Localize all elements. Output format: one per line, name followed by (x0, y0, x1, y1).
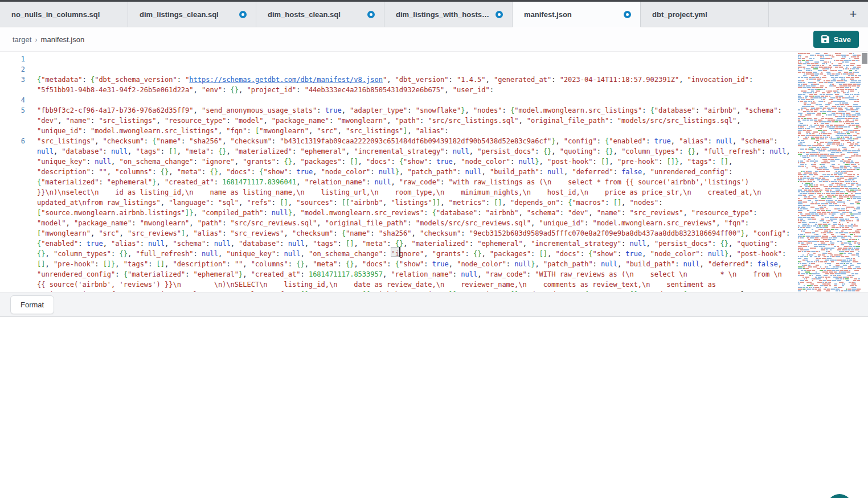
tab-dbt-project-yml[interactable]: dbt_project.yml (641, 2, 769, 27)
unsaved-indicator-icon (367, 11, 375, 18)
code-line: 2 (0, 64, 797, 75)
format-button[interactable]: Format (10, 295, 54, 314)
chevron-right-icon: › (35, 35, 37, 44)
scrollbar-thumb[interactable] (862, 53, 867, 64)
results-pane (0, 317, 868, 498)
new-tab-button[interactable]: + (843, 2, 863, 27)
format-toolbar: Format (0, 292, 868, 317)
tab-dim-hosts-clean-sql[interactable]: dim_hosts_clean.sql (256, 2, 384, 27)
tab-label: dim_hosts_clean.sql (268, 10, 363, 19)
tab-label: dim_listings_clean.sql (140, 10, 235, 19)
line-number: 5 (0, 105, 25, 136)
breadcrumb-bar: target › manifest.json Save (0, 27, 868, 52)
code-text[interactable] (25, 64, 797, 75)
line-number: 4 (0, 95, 25, 105)
line-number: 2 (0, 64, 25, 75)
tab-dim-listings-with-hosts-sql[interactable]: dim_listings_with_hosts.sql (384, 2, 513, 27)
code-line: 6"src_listings", "checksum": {"name": "s… (0, 136, 797, 292)
tab-bar: no_nulls_in_columns.sqldim_listings_clea… (0, 2, 868, 27)
line-number: 3 (0, 75, 25, 95)
unsaved-indicator-icon (624, 11, 631, 18)
unsaved-indicator-icon (496, 11, 503, 18)
breadcrumb-file: manifest.json (41, 35, 85, 44)
code-text[interactable]: "src_listings", "checksum": {"name": "sh… (25, 136, 797, 292)
code-line: 3{"metadata": {"dbt_schema_version": "ht… (0, 75, 797, 95)
tab-label: dim_listings_with_hosts.sql (396, 10, 491, 19)
text-cursor (399, 247, 400, 257)
code-text[interactable] (25, 54, 797, 64)
code-text[interactable]: {"metadata": {"dbt_schema_version": "htt… (25, 75, 797, 95)
tab-no-nulls-in-columns-sql[interactable]: no_nulls_in_columns.sql (0, 2, 128, 27)
save-button[interactable]: Save (813, 31, 859, 48)
scrollbar[interactable] (861, 52, 868, 292)
code-editor[interactable]: 123{"metadata": {"dbt_schema_version": "… (0, 52, 868, 292)
line-number: 6 (0, 136, 25, 292)
tab-label: no_nulls_in_columns.sql (11, 10, 118, 19)
plus-icon: + (850, 7, 857, 22)
code-text[interactable] (25, 95, 797, 105)
chat-bubble-button[interactable] (827, 494, 852, 498)
bracket-match-highlight (391, 247, 400, 257)
code-text[interactable]: "fbb9f3c2-cf96-4a17-b736-976a62d35ff9", … (25, 105, 797, 136)
tab-label: dbt_project.yml (652, 10, 759, 19)
breadcrumb-folder: target (13, 35, 31, 44)
save-icon (821, 35, 829, 43)
code-line: 4 (0, 95, 797, 105)
tab-label: manifest.json (524, 10, 619, 19)
unsaved-indicator-icon (239, 11, 247, 18)
code-line: 5"fbb9f3c2-cf96-4a17-b736-976a62d35ff9",… (0, 105, 797, 136)
code-line: 1 (0, 54, 797, 64)
tab-dim-listings-clean-sql[interactable]: dim_listings_clean.sql (128, 2, 256, 27)
tab-manifest-json[interactable]: manifest.json (513, 2, 641, 27)
line-number: 1 (0, 54, 25, 64)
minimap[interactable] (797, 52, 861, 292)
save-button-label: Save (834, 35, 851, 44)
